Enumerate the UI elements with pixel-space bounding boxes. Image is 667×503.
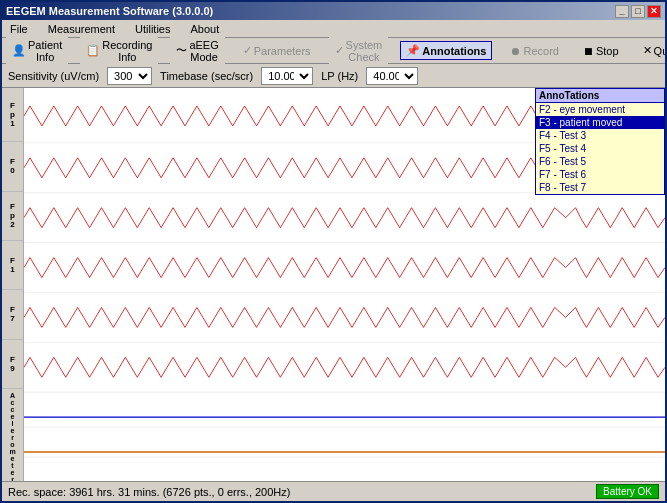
lp-select[interactable]: 40.00 <box>366 67 418 85</box>
channel-label-f7: F7 <box>2 290 23 339</box>
menu-utilities[interactable]: Utilities <box>131 21 174 37</box>
aeeg-mode-button[interactable]: 〜 aEEG Mode <box>170 36 224 66</box>
battery-ok-badge: Battery OK <box>596 484 659 499</box>
annotations-popup-title: AnnoTations <box>536 89 664 103</box>
channel-label-f1: F1 <box>2 241 23 290</box>
stop-button[interactable]: ⏹ Stop <box>577 42 625 60</box>
menu-about[interactable]: About <box>186 21 223 37</box>
annotations-button[interactable]: 📌 Annotations <box>400 41 492 60</box>
sensitivity-label: Sensitivity (uV/cm) <box>8 70 99 82</box>
maximize-button[interactable]: □ <box>631 5 645 18</box>
menu-file[interactable]: File <box>6 21 32 37</box>
timebase-select[interactable]: 10.00 <box>261 67 313 85</box>
window-controls: _ □ ✕ <box>615 5 661 18</box>
recording-icon: 📋 <box>86 44 100 57</box>
annotation-f3[interactable]: F3 - patient moved <box>536 116 664 129</box>
aeeg-icon: 〜 <box>176 43 187 58</box>
parameters-icon: ✓ <box>243 44 252 57</box>
minimize-button[interactable]: _ <box>615 5 629 18</box>
status-bar: Rec. space: 3961 hrs. 31 mins. (6726 pts… <box>2 481 665 501</box>
channel-label-fp2: Fp2 <box>2 192 23 241</box>
waveform-area: AnnoTations F2 - eye movement F3 - patie… <box>24 88 665 484</box>
recording-info-button[interactable]: 📋 Recording Info <box>80 36 158 66</box>
status-text: Rec. space: 3961 hrs. 31 mins. (6726 pts… <box>8 486 290 498</box>
app-window: EEGEM Measurement Software (3.0.0.0) _ □… <box>0 0 667 503</box>
toolbar: 👤 Patient Info 📋 Recording Info 〜 aEEG M… <box>2 38 665 64</box>
annotation-f7[interactable]: F7 - Test 6 <box>536 168 664 181</box>
channel-label-column: Fp1 F0 Fp2 F1 F7 <box>2 88 24 484</box>
annotation-f4[interactable]: F4 - Test 3 <box>536 129 664 142</box>
channel-label-accel: Accelerometer <box>2 389 23 484</box>
timebase-label: Timebase (sec/scr) <box>160 70 253 82</box>
settings-bar: Sensitivity (uV/cm) 300 Timebase (sec/sc… <box>2 64 665 88</box>
annotation-f2[interactable]: F2 - eye movement <box>536 103 664 116</box>
app-title: EEGEM Measurement Software (3.0.0.0) <box>6 5 213 17</box>
channel-label-f9: F9 <box>2 340 23 389</box>
patient-icon: 👤 <box>12 44 26 57</box>
channel-label-f0: F0 <box>2 142 23 191</box>
battery-indicator: Battery OK <box>596 484 659 499</box>
close-button[interactable]: ✕ <box>647 5 661 18</box>
system-check-icon: ✓ <box>335 44 344 57</box>
annotation-f8[interactable]: F8 - Test 7 <box>536 181 664 194</box>
annotation-f5[interactable]: F5 - Test 4 <box>536 142 664 155</box>
record-icon: ⏺ <box>510 45 521 57</box>
patient-info-button[interactable]: 👤 Patient Info <box>6 36 68 66</box>
lp-label: LP (Hz) <box>321 70 358 82</box>
annotation-f6[interactable]: F6 - Test 5 <box>536 155 664 168</box>
annotations-icon: 📌 <box>406 44 420 57</box>
channel-label-fp1: Fp1 <box>2 88 23 142</box>
system-check-button[interactable]: ✓ System Check <box>329 36 389 66</box>
eeg-display: Fp1 F0 Fp2 F1 F7 <box>2 88 665 484</box>
record-button[interactable]: ⏺ Record <box>504 42 564 60</box>
sensitivity-select[interactable]: 300 <box>107 67 152 85</box>
title-bar: EEGEM Measurement Software (3.0.0.0) _ □… <box>2 2 665 20</box>
quit-button[interactable]: ✕ Quit <box>637 41 667 60</box>
quit-icon: ✕ <box>643 44 652 57</box>
menu-measurement[interactable]: Measurement <box>44 21 119 37</box>
annotations-popup: AnnoTations F2 - eye movement F3 - patie… <box>535 88 665 195</box>
stop-icon: ⏹ <box>583 45 594 57</box>
parameters-button[interactable]: ✓ Parameters <box>237 41 317 60</box>
